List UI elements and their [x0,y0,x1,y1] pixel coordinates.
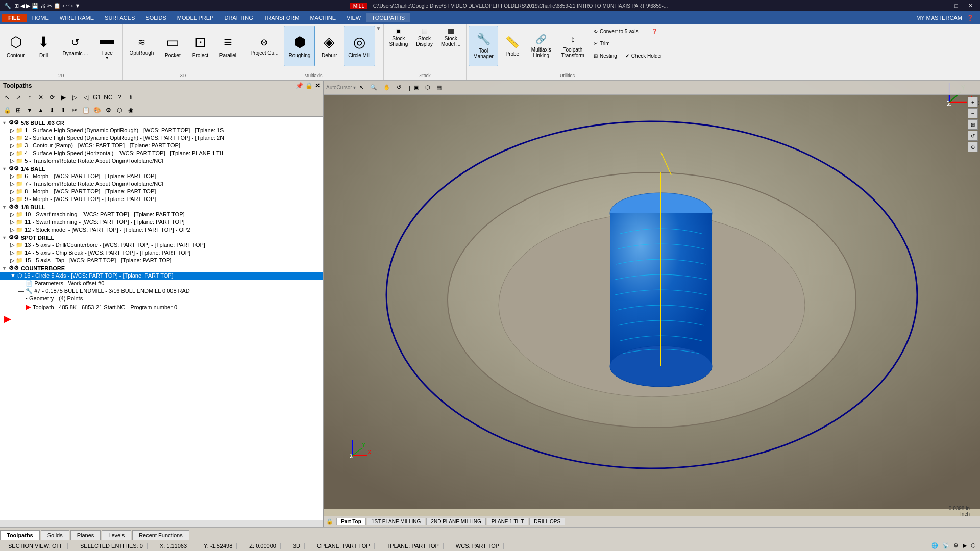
vp-wireframe[interactable]: ⬡ [423,83,433,92]
vp-shading[interactable]: ▣ [411,83,422,92]
tree-area[interactable]: ▼ ⚙⚙ 5/8 BULL .03 CR ▷ 📁 1 - Surface Hig… [0,117,323,520]
plane-tab-parttop[interactable]: Part Top [336,518,366,525]
tb-arrow-dn[interactable]: ⬇ [47,105,57,115]
machine-menu[interactable]: MACHINE [305,13,341,22]
op-8[interactable]: ▷ 📁 8 - Morph - [WCS: PART TOP] - [Tplan… [0,188,323,195]
toolmanager-button[interactable]: 🔧 ToolManager [469,26,498,66]
op-10[interactable]: ▷ 📁 10 - Swarf machining - [WCS: PART TO… [0,211,323,218]
op-14[interactable]: ▷ 📁 14 - 5 axis - Chip Break - [WCS: PAR… [0,249,323,257]
tb-import[interactable]: ◉ [126,105,136,115]
status-icon-5[interactable]: ⬡ [971,542,976,549]
drafting-menu[interactable]: DRAFTING [219,13,258,22]
op-1[interactable]: ▷ 📁 1 - Surface High Speed (Dynamic Opti… [0,127,323,134]
stockshading-button[interactable]: ▣ StockShading [386,28,412,46]
optirough-button[interactable]: ≋ OptiRough [125,26,159,66]
tb-select[interactable]: ↖ [2,92,12,103]
stockdisplay-button[interactable]: ▤ StockDisplay [412,28,436,46]
lock-button[interactable]: 🔒 [305,82,313,89]
op-6[interactable]: ▷ 📁 6 - Morph - [WCS: PART TOP] - [Tplan… [0,172,323,180]
tb-lock[interactable]: 🔒 [2,105,12,115]
tb-help[interactable]: ? [114,92,125,103]
autocursor-btn[interactable]: AutoCursor ▾ [326,85,356,90]
op-3[interactable]: ▷ 📁 3 - Contour (Ramp) - [WCS: PART TOP]… [0,142,323,149]
multilinking-button[interactable]: 🔗 MultiaxisLinking [527,26,556,66]
tb-paste[interactable]: 📋 [81,105,91,115]
vp-side-2[interactable]: − [968,108,978,118]
file-menu[interactable]: FILE [2,14,27,22]
op-7[interactable]: ▷ 📁 7 - Transform/Rotate Rotate About Or… [0,180,323,188]
convert5axis-button[interactable]: ↻ Convert to 5-axis [590,26,642,37]
plane-tab-drillops[interactable]: DRILL OPS [529,518,565,525]
status-icon-4[interactable]: ▶ [963,542,967,549]
probe-button[interactable]: 📏 Probe [499,26,526,66]
tb-down[interactable]: ▼ [24,105,35,115]
vp-hiddenline[interactable]: ▤ [434,83,444,92]
close-button[interactable]: ✕ [965,3,976,9]
tb-arrow-up[interactable]: ⬆ [58,105,68,115]
tb-g1[interactable]: G1 [92,92,102,103]
group-counterbore[interactable]: ▼ ⚙⚙ COUNTERBORE [0,264,323,272]
status-icon-2[interactable]: 📡 [942,542,949,549]
dynamic-button[interactable]: ↺ Dynamic ... [58,26,93,66]
deburr-button[interactable]: ◈ Deburr [316,26,342,66]
op-5[interactable]: ▷ 📁 5 - Transform/Rotate Rotate About Or… [0,157,323,165]
vp-zoom[interactable]: 🔍 [368,83,380,92]
op-11[interactable]: ▷ 📁 11 - Swarf machining - [WCS: PART TO… [0,218,323,226]
face-button[interactable]: ▬ Face ▼ [94,26,120,66]
drill-button[interactable]: ⬇ Drill [31,26,57,66]
group-14ball[interactable]: ▼ ⚙⚙ 1/4 BALL [0,165,323,172]
tb-backplot[interactable]: ◁ [81,92,91,103]
vp-side-1[interactable]: + [968,97,978,107]
vp-side-4[interactable]: ↺ [968,131,978,141]
tab-planes[interactable]: Planes [70,530,101,540]
group-18bull[interactable]: ▼ ⚙⚙ 1/8 BULL [0,203,323,211]
maximize-button[interactable]: □ [951,3,961,9]
op-13[interactable]: ▷ 📁 13 - 5 axis - Drill/Counterbore - [W… [0,241,323,249]
tb-export[interactable]: ⬡ [114,105,125,115]
trim-button[interactable]: ✂ Trim [590,38,614,49]
status-icon-1[interactable]: 🌐 [931,542,938,549]
circlemill-button[interactable]: ◎ Circle Mill [344,26,375,66]
group-58bull[interactable]: ▼ ⚙⚙ 5/8 BULL .03 CR [0,119,323,127]
status-icon-3[interactable]: ⚙ [953,542,959,549]
contour-button[interactable]: ⬡ Contour [2,26,30,66]
plane-tabs-add[interactable]: + [568,519,571,525]
tab-toolpaths[interactable]: Toolpaths [0,530,40,540]
op-12[interactable]: ▷ 📁 12 - Stock model - [WCS: PART TOP] -… [0,226,323,234]
toolpaths-menu[interactable]: TOOLPATHS [366,13,410,22]
sub-params[interactable]: — 📄 Parameters - Work offset #0 [0,280,323,287]
wireframe-menu[interactable]: WIREFRAME [55,13,99,22]
my-mastercam[interactable]: MY MASTERCAM ❓ [916,15,978,21]
model-prep-menu[interactable]: MODEL PREP [172,13,219,22]
tb-expand[interactable]: ⊞ [13,105,23,115]
vp-pan[interactable]: ✋ [381,83,393,92]
sub-toolpath[interactable]: — ▶ Toolpath - 485.8K - 6853-21 Start.NC… [0,302,323,311]
close-panel-button[interactable]: ✕ [315,82,320,89]
tb-move-up[interactable]: ↑ [24,92,35,103]
stockmodel-button[interactable]: ▥ StockModel ... [437,28,464,46]
sub-tool[interactable]: — 🔧 #7 - 0.1875 BULL ENDMILL - 3/16 BULL… [0,287,323,295]
tb-color[interactable]: 🎨 [92,105,102,115]
vp-select[interactable]: ↖ [357,83,366,92]
minimize-button[interactable]: ─ [938,3,948,9]
op-16[interactable]: ▼ ⬡ 16 - Circle 5 Axis - [WCS: PART TOP]… [0,272,323,280]
vp-side-5[interactable]: ⊙ [968,142,978,152]
projectcu-button[interactable]: ⊛ Project Cu... [246,26,283,66]
view-menu[interactable]: VIEW [341,13,366,22]
op-2[interactable]: ▷ 📁 2 - Surface High Speed (Dynamic Opti… [0,134,323,142]
nesting-button[interactable]: ⊞ Nesting [590,50,621,61]
tb-regen[interactable]: ⟳ [47,92,57,103]
plane-tab-1stplane[interactable]: 1ST PLANE MILLING [367,518,426,525]
play-button[interactable]: ▶ [4,314,11,324]
transform-menu[interactable]: TRANSFORM [259,13,305,22]
surfaces-menu[interactable]: SURFACES [100,13,140,22]
tb-nc[interactable]: NC [103,92,113,103]
roughing-button[interactable]: ⬢ Roughing [284,26,315,66]
horizontal-scrollbar[interactable] [0,520,323,527]
toolpathtransform-button[interactable]: ↕ ToolpathTransform [557,26,589,66]
vp-side-3[interactable]: ⊞ [968,119,978,130]
tb-delete[interactable]: ✕ [36,92,46,103]
home-menu[interactable]: HOME [27,13,54,22]
multiaxis-expand[interactable]: ▼ [376,26,381,31]
tb-info[interactable]: ℹ [126,92,136,103]
